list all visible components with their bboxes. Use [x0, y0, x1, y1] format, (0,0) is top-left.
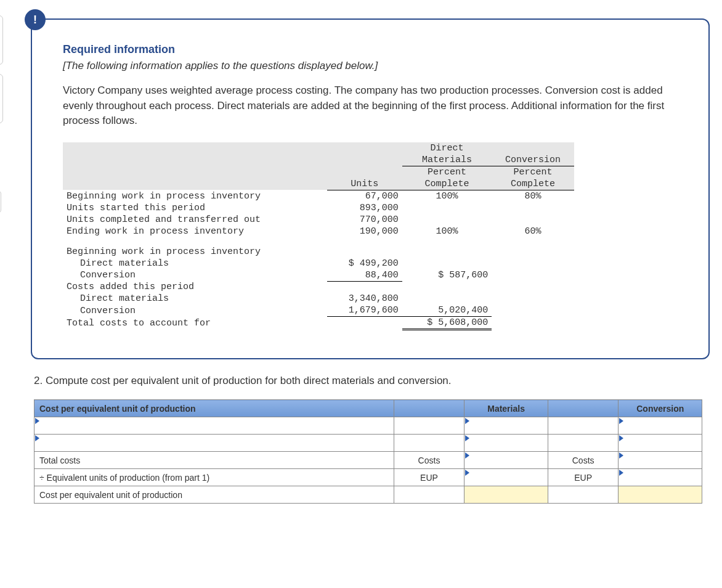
alert-icon: !	[25, 9, 46, 30]
table-row: Total costs to account for $ 5,608,000	[63, 317, 574, 330]
dropdown-icon	[465, 452, 469, 459]
row-label: ÷ Equivalent units of production (from p…	[34, 469, 394, 486]
col-header: Direct	[402, 142, 492, 154]
table-row: Total costs Costs Costs	[34, 452, 702, 469]
label-cell: EUP	[548, 469, 619, 486]
readonly-cell	[548, 486, 619, 504]
left-nav-rail: 2	[0, 0, 5, 522]
conversion-header: Conversion	[619, 400, 702, 417]
row-label: Total costs	[34, 452, 394, 469]
input-cell[interactable]	[619, 469, 702, 486]
table-row: Beginning work in process inventory	[63, 246, 574, 258]
col-subheader: Complete	[402, 178, 492, 190]
header-cell	[548, 400, 619, 417]
readonly-cell	[394, 486, 464, 504]
nav-stub[interactable]	[0, 15, 3, 65]
dropdown-icon	[619, 418, 623, 424]
answer-table: Cost per equivalent unit of production M…	[34, 399, 702, 504]
row-label: Cost per equivalent unit of production	[34, 486, 394, 504]
input-cell[interactable]	[394, 435, 464, 452]
col-header: Conversion	[492, 154, 574, 166]
answer-title-cell: Cost per equivalent unit of production	[34, 400, 394, 417]
dropdown-icon	[619, 452, 623, 459]
problem-data-table: Direct Materials Conversion Percent Perc…	[63, 142, 574, 331]
table-row: Cost per equivalent unit of production	[34, 486, 702, 504]
question-2-text: 2. Compute cost per equivalent unit of p…	[34, 375, 710, 387]
input-cell[interactable]	[619, 435, 702, 452]
col-header: Units	[327, 178, 402, 190]
result-cell	[464, 486, 548, 504]
input-cell[interactable]	[464, 435, 548, 452]
dropdown-cell[interactable]	[34, 417, 394, 435]
input-cell[interactable]	[464, 469, 548, 486]
required-information-title: Required information	[63, 43, 684, 56]
input-cell[interactable]	[394, 417, 464, 435]
input-cell[interactable]	[464, 452, 548, 469]
dropdown-icon	[35, 435, 39, 441]
table-row: Direct materials 3,340,800	[63, 293, 574, 304]
table-row: Direct materials $ 499,200	[63, 258, 574, 269]
dropdown-icon	[619, 435, 623, 441]
table-row: Costs added this period	[63, 281, 574, 293]
dropdown-icon	[465, 418, 469, 424]
label-cell: Costs	[548, 452, 619, 469]
materials-header: Materials	[464, 400, 548, 417]
table-row: Conversion 1,679,600 5,020,400	[63, 304, 574, 317]
table-row: Ending work in process inventory 190,000…	[63, 226, 574, 237]
table-row	[34, 435, 702, 452]
header-cell	[394, 400, 464, 417]
input-cell[interactable]	[464, 417, 548, 435]
required-information-panel: ! Required information [The following in…	[31, 18, 710, 359]
table-row: Beginning work in process inventory 67,0…	[63, 190, 574, 202]
table-row: Conversion 88,400 $ 587,600	[63, 269, 574, 282]
dropdown-icon	[619, 470, 623, 476]
part-number-badge[interactable]: 2	[0, 191, 1, 213]
dropdown-icon	[465, 470, 469, 476]
table-row	[34, 417, 702, 435]
result-cell	[619, 486, 702, 504]
label-cell: EUP	[394, 469, 464, 486]
input-cell[interactable]	[548, 435, 619, 452]
applies-note: [The following information applies to th…	[63, 60, 684, 72]
input-cell[interactable]	[619, 417, 702, 435]
table-row: Units started this period 893,000	[63, 202, 574, 214]
nav-stub[interactable]	[0, 74, 3, 123]
label-cell: Costs	[394, 452, 464, 469]
dropdown-icon	[35, 418, 39, 424]
input-cell[interactable]	[619, 452, 702, 469]
col-subheader: Percent	[492, 166, 574, 178]
problem-intro: Victory Company uses weighted average pr…	[63, 83, 684, 129]
col-subheader: Complete	[492, 178, 574, 190]
dropdown-icon	[465, 435, 469, 441]
input-cell[interactable]	[548, 417, 619, 435]
table-row: Units completed and transferred out 770,…	[63, 214, 574, 226]
dropdown-cell[interactable]	[34, 435, 394, 452]
col-header: Materials	[402, 154, 492, 166]
table-row: ÷ Equivalent units of production (from p…	[34, 469, 702, 486]
col-subheader: Percent	[402, 166, 492, 178]
